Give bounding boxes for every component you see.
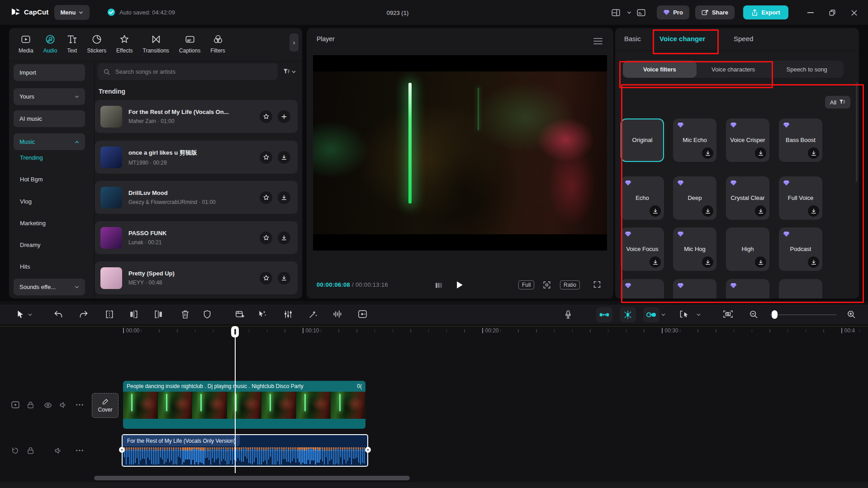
zoom-slider-knob[interactable]: [772, 310, 778, 319]
download-button[interactable]: [278, 151, 290, 164]
eye-icon[interactable]: [44, 402, 52, 408]
add-overlay-icon[interactable]: [235, 310, 245, 318]
pro-button[interactable]: Pro: [657, 5, 689, 19]
tab-transitions[interactable]: Transitions: [138, 34, 174, 54]
favorite-button[interactable]: [260, 272, 272, 284]
zoom-fit-icon[interactable]: [543, 281, 551, 289]
yours-button[interactable]: Yours: [14, 88, 85, 105]
import-button[interactable]: Import: [14, 64, 85, 81]
sidebar-item-hits[interactable]: Hits: [20, 263, 30, 271]
chevron-down-icon[interactable]: [28, 313, 32, 316]
player-menu-icon[interactable]: [593, 38, 602, 44]
preview-quality-icon[interactable]: [723, 310, 733, 318]
video-clip[interactable]: People dancing inside nightclub . Dj pla…: [123, 381, 365, 429]
lock-icon[interactable]: [27, 447, 34, 455]
undo-icon[interactable]: [54, 310, 63, 318]
more-icon[interactable]: [76, 450, 83, 451]
search-input[interactable]: [114, 68, 272, 76]
highlight-button[interactable]: [620, 307, 636, 322]
keyframe-graph-icon[interactable]: [358, 310, 367, 318]
download-button[interactable]: [278, 232, 290, 244]
song-row[interactable]: once a girl likes u 剪辑版 MT1990 · 00:29: [95, 141, 298, 174]
adjust-icon[interactable]: [284, 310, 292, 319]
track-main-icon[interactable]: [11, 401, 19, 408]
export-button[interactable]: Export: [743, 5, 788, 19]
volume-icon[interactable]: [59, 402, 67, 408]
lock-icon[interactable]: [27, 401, 34, 409]
sidebar-item-trending[interactable]: Trending: [20, 154, 43, 162]
sidebar-item-dreamy[interactable]: Dreamy: [20, 241, 41, 249]
playhead-handle[interactable]: [231, 326, 239, 337]
music-button[interactable]: Music: [14, 133, 85, 150]
chevron-down-icon[interactable]: [627, 11, 631, 14]
clip-select-button[interactable]: [679, 310, 689, 318]
download-button[interactable]: [278, 272, 290, 284]
song-row[interactable]: PASSO FUNK Lunak · 00:21: [95, 221, 298, 254]
timeline-ruler[interactable]: 00:00 00:10 00:20 00:30 00:4: [0, 325, 868, 338]
sidebar-item-hot-bgm[interactable]: Hot Bgm: [20, 175, 43, 184]
sound-effects-button[interactable]: Sounds effe...: [14, 279, 85, 295]
trim-handle-left[interactable]: [119, 447, 125, 453]
mask-icon[interactable]: [203, 310, 211, 319]
zoom-slider[interactable]: [770, 314, 837, 315]
cover-button[interactable]: Cover: [92, 393, 119, 418]
tab-media[interactable]: Media: [14, 34, 38, 54]
tab-speed[interactable]: Speed: [734, 35, 753, 43]
audio-clip[interactable]: For the Rest of My Life (Vocals Only Ver…: [122, 434, 368, 467]
auto-ripple-button[interactable]: [596, 307, 612, 322]
sidebar-item-marketing[interactable]: Marketing: [20, 219, 46, 227]
share-button[interactable]: Share: [695, 5, 735, 19]
download-button[interactable]: [278, 191, 290, 204]
loop-icon[interactable]: [11, 447, 19, 455]
favorite-button[interactable]: [260, 110, 272, 123]
link-button[interactable]: [643, 307, 659, 322]
delete-right-icon[interactable]: [154, 310, 163, 319]
full-button[interactable]: Full: [518, 280, 534, 289]
favorite-button[interactable]: [260, 232, 272, 244]
split-icon[interactable]: [105, 310, 114, 319]
shortcut-panel-icon[interactable]: [637, 9, 645, 16]
tab-captions[interactable]: Captions: [174, 34, 205, 54]
filter-sort-icon[interactable]: [283, 69, 296, 75]
chevron-down-icon[interactable]: [697, 313, 701, 316]
ratio-button[interactable]: Ratio: [560, 280, 580, 289]
tab-effects[interactable]: Effects: [111, 34, 138, 54]
play-button[interactable]: [456, 281, 464, 289]
zoom-out-icon[interactable]: [749, 310, 758, 319]
magic-wand-icon[interactable]: [308, 310, 318, 319]
zoom-in-icon[interactable]: [847, 310, 856, 319]
restore-button[interactable]: [827, 7, 838, 18]
menu-button[interactable]: Menu: [54, 5, 90, 20]
layout-icon[interactable]: [612, 9, 620, 16]
song-row[interactable]: Pretty (Sped Up) MEYY · 00:48: [95, 261, 298, 294]
timeline-scrollbar[interactable]: [94, 476, 410, 480]
chevron-down-icon[interactable]: [661, 313, 665, 316]
more-icon[interactable]: [76, 404, 83, 406]
expand-panel-button[interactable]: ›: [289, 33, 299, 52]
sidebar-item-vlog[interactable]: Vlog: [20, 198, 32, 206]
delete-icon[interactable]: [181, 310, 190, 319]
add-to-timeline-button[interactable]: [278, 110, 290, 123]
song-row[interactable]: DrillLuv Mood Geezy & FlowercrabURmind ·…: [95, 181, 298, 214]
tab-filters[interactable]: Filters: [205, 34, 230, 54]
close-button[interactable]: [849, 7, 859, 18]
minimize-button[interactable]: [805, 7, 816, 18]
frame-by-frame-icon[interactable]: [435, 282, 442, 289]
tab-audio[interactable]: Audio: [38, 34, 62, 54]
smart-select-icon[interactable]: [258, 310, 267, 319]
ai-music-button[interactable]: AI music: [14, 110, 85, 127]
tab-basic[interactable]: Basic: [624, 35, 641, 43]
fullscreen-icon[interactable]: [593, 281, 601, 288]
mode-speech-to-song[interactable]: Speech to song: [770, 61, 844, 78]
song-row[interactable]: For the Rest of My Life (Vocals On... Ma…: [95, 100, 298, 133]
delete-left-icon[interactable]: [129, 310, 138, 319]
tab-text[interactable]: Text: [62, 34, 82, 54]
mic-icon[interactable]: [564, 310, 572, 319]
tab-stickers[interactable]: Stickers: [82, 34, 111, 54]
video-preview[interactable]: [313, 55, 607, 251]
volume-icon[interactable]: [54, 447, 62, 454]
audio-wave-icon[interactable]: [333, 310, 342, 318]
select-tool-icon[interactable]: [16, 310, 24, 319]
trim-handle-right[interactable]: [365, 447, 371, 453]
redo-icon[interactable]: [79, 310, 88, 318]
